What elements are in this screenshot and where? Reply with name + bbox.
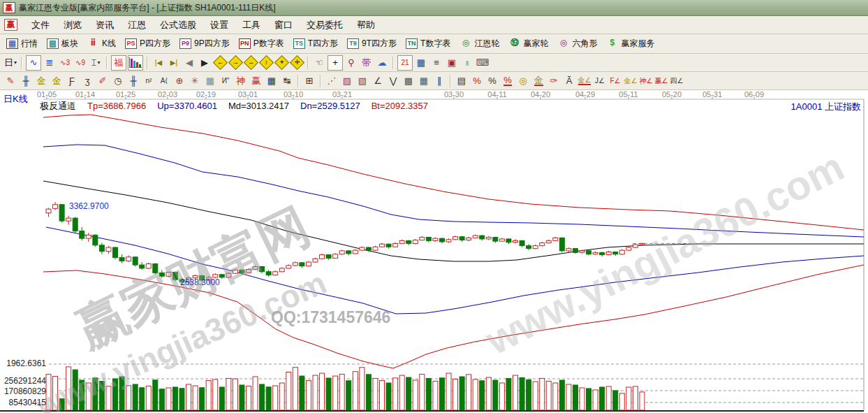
draw-f-angle-icon[interactable]: F∠ (608, 74, 622, 88)
draw-spiral-icon[interactable]: ʒ (80, 74, 94, 88)
draw-gate-icon[interactable]: ⊞ (302, 74, 316, 88)
toolbar-button-t-table[interactable]: TNT数字表 (404, 36, 453, 51)
draw-gold-angle-icon[interactable]: 金∠ (624, 74, 638, 88)
draw-sharpener-icon[interactable]: ✐ (96, 74, 110, 88)
tool-save-icon[interactable]: ▣ (445, 56, 459, 70)
tool-last-page-icon[interactable]: ▶| (167, 56, 181, 70)
tool-wave-3-icon[interactable]: ∿3 (58, 56, 72, 70)
draw-j-angle-icon[interactable]: J∠ (593, 74, 607, 88)
tool-move-left-icon[interactable]: ← (213, 56, 227, 70)
volume-bar (606, 386, 611, 410)
menu-item-0[interactable]: 文件 (24, 17, 57, 33)
menu-item-5[interactable]: 设置 (203, 17, 235, 33)
draw-f-ticks-icon[interactable]: Ƒ (65, 74, 79, 88)
toolbar-button-t-square[interactable]: TST四方形 (291, 36, 340, 51)
tool-crosshair-icon[interactable]: + (328, 55, 343, 71)
draw-parallel-lines-icon[interactable]: ∥ (432, 74, 446, 88)
draw-gold-circle-icon[interactable]: ◎ (516, 74, 530, 88)
tool-workstation-icon[interactable]: ⌨ (476, 56, 490, 70)
menu-item-9[interactable]: 帮助 (350, 17, 382, 33)
menu-item-8[interactable]: 交易委托 (300, 17, 350, 33)
draw-box-grid-icon[interactable]: ▦ (203, 74, 217, 88)
tool-band-tool-icon[interactable]: 带 (360, 56, 374, 70)
tool-zoom-a-icon[interactable]: ⚲ (344, 56, 358, 70)
tool-candle-style-icon[interactable]: ⌶▾ (89, 56, 103, 70)
menu-item-2[interactable]: 资讯 (89, 17, 121, 33)
draw-n-square-icon[interactable]: n² (142, 74, 156, 88)
tool-trend-wave-icon[interactable]: ∿ (26, 55, 41, 71)
draw-star-grid-icon[interactable]: ✳ (188, 74, 202, 88)
draw-gann-ticks-icon[interactable]: ╫ (19, 74, 33, 88)
chart-panel[interactable]: 日K线 1A0001 上证指数 01-0501-1401-2502-0302-1… (0, 90, 868, 413)
tool-move-right-icon[interactable]: → (228, 56, 242, 70)
draw-gold-lines-icon[interactable]: 金 (531, 74, 545, 88)
tool-brain-tool-icon[interactable]: ☁ (375, 56, 389, 70)
menu-item-3[interactable]: 江恩 (121, 17, 153, 33)
draw-v-dots-icon[interactable]: ⋁ (386, 74, 400, 88)
tool-next-icon[interactable]: ▶ (198, 56, 212, 70)
kline-plot-canvas[interactable] (0, 90, 868, 413)
draw-box-rays-2-icon[interactable]: ▧ (355, 74, 369, 88)
tool-fu-tool-icon[interactable]: 福 (111, 55, 126, 71)
menu-item-1[interactable]: 浏览 (57, 17, 89, 33)
draw-four-angle-icon[interactable]: 四∠ (670, 74, 684, 88)
tool-web-mail-icon[interactable]: ♁ (460, 56, 474, 70)
menu-item-4[interactable]: 公式选股 (153, 17, 203, 33)
tool-note-icon[interactable]: ≣ (43, 56, 57, 70)
toolbar-button-9t-square[interactable]: T99T四方形 (345, 36, 399, 51)
menu-item-6[interactable]: 工具 (235, 17, 267, 33)
draw-price-ticks-icon[interactable]: ▤ (455, 74, 469, 88)
draw-grid-black-icon[interactable]: ▩ (402, 74, 415, 88)
toolbar-button-winner-service[interactable]: $赢家服务 (604, 36, 656, 51)
toolbar-button-hexagon[interactable]: ◎六角形 (555, 36, 599, 51)
tool-prev-icon[interactable]: ◀ (182, 56, 196, 70)
tool-hand-pan-icon[interactable]: ☜ (312, 56, 326, 70)
draw-brush-k-icon[interactable]: ✑ (547, 74, 561, 88)
tool-histogram-icon[interactable] (128, 55, 143, 71)
tool-first-page-icon[interactable]: |◀ (152, 56, 165, 70)
draw-grid-black-2-icon[interactable]: ▦ (417, 74, 431, 88)
menu-item-7[interactable]: 窗口 (267, 17, 300, 33)
toolbar-separator (320, 75, 321, 87)
toolbar-button-sectors[interactable]: ▩板块 (45, 36, 80, 51)
tool-expand-v-icon[interactable]: ↕ (259, 56, 273, 70)
draw-k-quote-icon[interactable]: И" (219, 74, 233, 88)
draw-time-clock-icon[interactable]: ◷ (111, 74, 125, 88)
draw-win-ticks-icon[interactable]: 赢 (249, 74, 263, 88)
draw-percent-icon[interactable]: % (485, 74, 499, 88)
draw-box-rays-icon[interactable]: ▨ (340, 74, 354, 88)
draw-god-ticks-icon[interactable]: 神 (234, 74, 248, 88)
draw-a-line-icon[interactable]: A⟨ (157, 74, 171, 88)
draw-god-angle-icon[interactable]: 神∠ (639, 74, 653, 88)
draw-angle-lines-icon[interactable]: ∠ (371, 74, 385, 88)
tool-expand-more-icon[interactable]: ✛ (290, 56, 304, 70)
tool-period-day-icon[interactable]: 日▾ (3, 56, 17, 70)
candle-body (619, 250, 624, 254)
tool-calculator-icon[interactable]: ▦ (414, 56, 428, 70)
tool-wave-9-icon[interactable]: ∿9 (73, 56, 87, 70)
toolbar-button-p-square[interactable]: PSP四方形 (123, 36, 172, 51)
toolbar-button-p-table[interactable]: PNP数字表 (237, 36, 286, 51)
draw-gold-grid-1-icon[interactable]: 金 (34, 74, 48, 88)
toolbar-button-quotes[interactable]: ▦行情 (4, 36, 40, 51)
draw-wave-a-icon[interactable]: Ã (562, 74, 576, 88)
tool-calendar-icon[interactable]: 21 (397, 55, 413, 71)
toolbar-button-gann-wheel[interactable]: ◎江恩轮 (457, 36, 501, 51)
draw-compass-icon[interactable]: ⊕ (172, 74, 186, 88)
tool-notes-edit-icon[interactable]: ≡ (429, 56, 443, 70)
draw-gold-grid-2-icon[interactable]: 金 (50, 74, 64, 88)
toolbar-button-9p-square[interactable]: P99P四方形 (177, 36, 232, 51)
draw-span-arrow-icon[interactable]: ↹ (280, 74, 294, 88)
draw-win-angle-icon[interactable]: 赢∠ (654, 74, 668, 88)
toolbar-button-winner-wheel[interactable]: ⑲赢家轮 (506, 36, 550, 51)
draw-knife-icon[interactable]: ✎ (3, 74, 17, 88)
tool-expand-all-icon[interactable]: + (274, 56, 288, 70)
draw-ticks-2-icon[interactable]: ╫ (126, 74, 140, 88)
draw-grid-123-icon[interactable]: ▦ (265, 74, 279, 88)
draw-ray-fan-icon[interactable]: ⋰ (325, 74, 339, 88)
draw-gold-angle-sel-icon[interactable]: 金∠ (578, 74, 591, 88)
draw-percent-lines-icon[interactable]: % (501, 74, 515, 88)
tool-expand-h-icon[interactable]: ↔ (244, 56, 258, 70)
draw-strike-pct-icon[interactable]: % (470, 74, 484, 88)
toolbar-button-kline[interactable]: ⅱK线 (85, 36, 118, 51)
